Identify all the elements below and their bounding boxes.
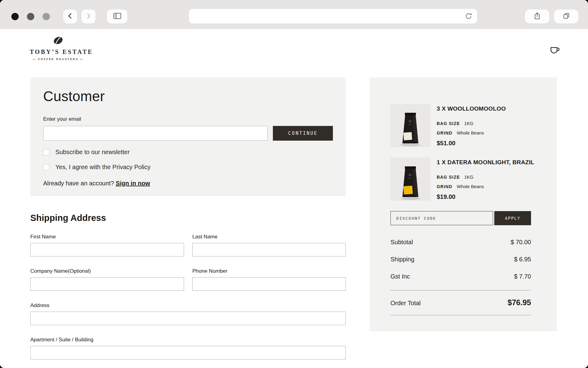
close-window-button[interactable] [11,13,19,20]
subtotal-label: Subtotal [390,239,413,246]
first-name-input[interactable] [30,243,184,256]
logo-title: TOBY’S ESTATE [30,48,87,55]
logo-subtitle: — COFFEE ROASTERS — [30,58,87,61]
site-logo[interactable]: TOBY’S ESTATE — COFFEE ROASTERS — [30,36,87,61]
apply-discount-button[interactable]: APPLY [494,211,531,225]
signin-link[interactable]: Sign in now [116,180,150,187]
chevron-left-icon [67,13,74,21]
address-label: Address [30,302,346,309]
address-input[interactable] [30,312,346,325]
window-controls [11,13,50,20]
product-price: $19.00 [437,193,534,200]
shipping-cost-label: Shipping [390,256,414,263]
last-name-input[interactable] [192,243,346,256]
privacy-label: Yes, I agree with the Privacy Policy [55,164,151,171]
last-name-label: Last Name [192,234,346,240]
bag-size-value: 1KG [464,121,473,126]
first-name-label: First Name [30,234,184,240]
apartment-input[interactable] [30,346,346,359]
minimize-window-button[interactable] [27,13,34,20]
address-bar[interactable] [189,9,477,24]
order-total-value: $76.95 [508,298,531,307]
sidebar-toggle-button[interactable] [107,9,127,24]
company-field-group: Company Name(Optional) [30,268,184,291]
chevron-right-icon [85,13,92,21]
forward-button[interactable] [81,9,96,24]
shipping-section: Shipping Address First Name Last Name Co… [30,213,346,359]
subtotal-value: $ 70.00 [511,239,531,246]
zoom-window-button[interactable] [43,13,50,20]
product-image-datera [390,157,430,201]
share-button[interactable] [525,9,549,24]
coffee-bag-graphic [398,164,422,201]
product-title: 3 X WOOLLOOMOOLOO [437,105,506,112]
shipping-cost-row: Shipping $ 6.95 [390,256,531,263]
grind-label: GRIND [437,184,452,189]
shipping-cost-value: $ 6.95 [514,256,531,263]
tab-overview-button[interactable] [554,9,579,24]
apartment-field-group: Apartment / Suite / Building [30,337,346,359]
product-image-woolloomooloo [390,104,430,147]
email-label: Enter your email [43,116,333,122]
reload-icon[interactable] [465,13,472,20]
discount-code-input[interactable] [390,211,493,225]
phone-label: Phone Number [192,268,346,274]
shipping-heading: Shipping Address [30,213,346,223]
phone-field-group: Phone Number [192,268,346,291]
bag-size-label: BAG SIZE [437,175,460,180]
checkout-page: TOBY’S ESTATE — COFFEE ROASTERS — Custom… [0,29,588,368]
cart-item: 1 X DATERA MOONLIGHT, BRAZIL BAG SIZE 1K… [390,157,531,201]
browser-toolbar [0,0,588,29]
address-field-group: Address [30,302,346,325]
continue-button[interactable]: CONTINUE [273,126,333,141]
back-button[interactable] [63,9,77,24]
order-summary: 3 X WOOLLOOMOOLOO BAG SIZE 1KG GRIND Who… [370,78,557,331]
grind-value: Whole Beans [457,184,484,189]
subtotal-row: Subtotal $ 70.00 [390,239,531,246]
privacy-checkbox[interactable] [43,164,49,170]
first-name-field-group: First Name [30,234,184,256]
grind-value: Whole Beans [457,130,484,135]
customer-section: Customer Enter your email CONTINUE Subsc… [30,78,346,196]
gst-value: $ 7.70 [514,273,531,280]
share-icon [533,12,541,21]
tabs-icon [562,12,571,21]
gst-row: Gst Inc $ 7.70 [390,273,531,280]
product-price: $51.00 [437,140,506,147]
browser-window: TOBY’S ESTATE — COFFEE ROASTERS — Custom… [0,0,588,368]
product-title: 1 X DATERA MOONLIGHT, BRAZIL [437,159,534,166]
company-label: Company Name(Optional) [30,268,184,274]
newsletter-label: Subscribe to our newsletter [55,149,130,156]
last-name-field-group: Last Name [192,234,346,256]
newsletter-checkbox[interactable] [43,149,49,155]
phone-input[interactable] [192,277,346,291]
bag-size-value: 1KG [464,174,473,180]
cart-item: 3 X WOOLLOOMOOLOO BAG SIZE 1KG GRIND Who… [390,104,531,147]
email-input[interactable] [43,126,268,141]
bag-size-label: BAG SIZE [437,121,460,126]
grind-label: GRIND [437,131,452,135]
coffee-bean-icon [30,36,87,47]
totals-block: Subtotal $ 70.00 Shipping $ 6.95 Gst Inc… [390,239,531,315]
order-total-label: Order Total [390,300,421,307]
signin-row: Already have an account? Sign in now [43,180,333,187]
apartment-label: Apartment / Suite / Building [30,337,346,343]
customer-heading: Customer [43,88,333,104]
company-input[interactable] [30,277,184,291]
order-total-row: Order Total $76.95 [390,298,531,307]
signin-text: Already have an account? [43,180,114,187]
order-total-divider [390,315,531,315]
sidebar-icon [113,12,122,21]
cart-cup-icon[interactable] [549,46,561,58]
coffee-bag-graphic [398,110,422,147]
totals-divider [390,290,531,290]
gst-label: Gst Inc [390,273,410,280]
